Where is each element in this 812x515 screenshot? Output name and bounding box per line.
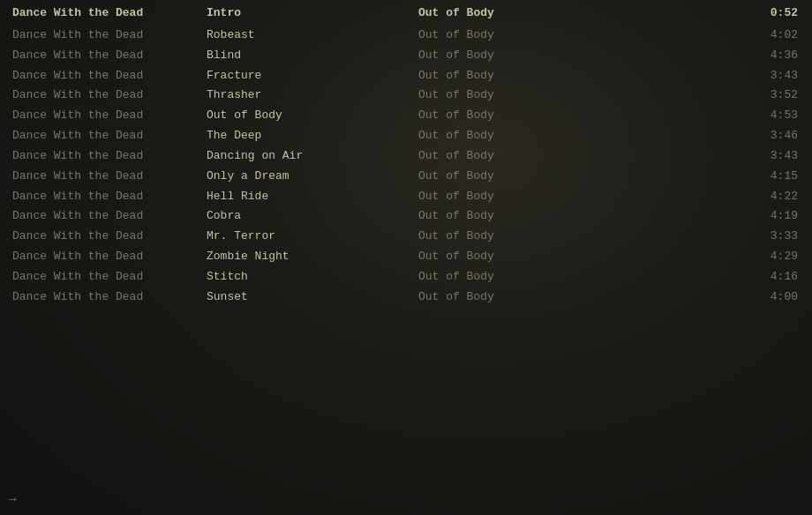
track-duration: 4:29: [595, 249, 798, 265]
track-title: Out of Body: [207, 108, 418, 124]
track-artist: Dance With the Dead: [12, 269, 207, 286]
table-row[interactable]: Dance With the DeadStitchOut of Body4:16: [0, 267, 812, 287]
track-title: The Deep: [207, 128, 418, 145]
track-duration: 3:43: [595, 148, 798, 165]
track-artist: Dance With the Dead: [12, 289, 207, 306]
track-album: Out of Body: [418, 68, 595, 85]
header-duration: 0:52: [595, 5, 798, 22]
track-duration: 4:16: [595, 269, 798, 286]
track-title: Fracture: [207, 68, 418, 85]
track-album: Out of Body: [418, 48, 595, 64]
track-artist: Dance With the Dead: [12, 27, 207, 44]
track-title: Only a Dream: [207, 168, 418, 185]
table-row[interactable]: Dance With the DeadThrasherOut of Body3:…: [0, 86, 812, 106]
track-duration: 4:53: [595, 108, 798, 124]
track-title: Hell Ride: [207, 189, 418, 205]
track-album: Out of Body: [418, 108, 595, 124]
track-duration: 4:36: [595, 48, 798, 64]
track-title: Mr. Terror: [207, 228, 418, 245]
track-album: Out of Body: [418, 228, 595, 245]
track-artist: Dance With the Dead: [12, 168, 207, 185]
table-row[interactable]: Dance With the DeadMr. TerrorOut of Body…: [0, 227, 812, 247]
track-artist: Dance With the Dead: [12, 228, 207, 245]
track-artist: Dance With the Dead: [12, 249, 207, 265]
track-list: Dance With the Dead Intro Out of Body 0:…: [0, 0, 812, 311]
table-row[interactable]: Dance With the DeadThe DeepOut of Body3:…: [0, 126, 812, 146]
track-duration: 3:33: [595, 228, 798, 245]
track-duration: 3:52: [595, 87, 798, 104]
track-album: Out of Body: [418, 269, 595, 286]
table-row[interactable]: Dance With the DeadRobeastOut of Body4:0…: [0, 26, 812, 46]
track-title: Dancing on Air: [207, 148, 418, 165]
track-album: Out of Body: [418, 289, 595, 306]
track-title: Thrasher: [207, 87, 418, 104]
arrow-indicator: →: [9, 492, 16, 506]
table-row[interactable]: Dance With the DeadOut of BodyOut of Bod…: [0, 106, 812, 126]
table-row[interactable]: Dance With the DeadBlindOut of Body4:36: [0, 46, 812, 66]
track-album: Out of Body: [418, 249, 595, 265]
track-duration: 4:15: [595, 168, 798, 185]
track-title: Stitch: [207, 269, 418, 286]
track-album: Out of Body: [418, 128, 595, 145]
track-duration: 4:00: [595, 289, 798, 306]
track-artist: Dance With the Dead: [12, 128, 207, 145]
track-title: Robeast: [207, 27, 418, 44]
track-title: Zombie Night: [207, 249, 418, 265]
track-album: Out of Body: [418, 208, 595, 225]
track-title: Blind: [207, 48, 418, 64]
track-list-header: Dance With the Dead Intro Out of Body 0:…: [0, 4, 812, 24]
track-title: Cobra: [207, 208, 418, 225]
table-row[interactable]: Dance With the DeadFractureOut of Body3:…: [0, 66, 812, 86]
track-duration: 4:19: [595, 208, 798, 225]
track-artist: Dance With the Dead: [12, 189, 207, 205]
track-album: Out of Body: [418, 148, 595, 165]
track-artist: Dance With the Dead: [12, 48, 207, 64]
track-duration: 4:22: [595, 189, 798, 205]
track-artist: Dance With the Dead: [12, 208, 207, 225]
table-row[interactable]: Dance With the DeadHell RideOut of Body4…: [0, 187, 812, 207]
table-row[interactable]: Dance With the DeadSunsetOut of Body4:00: [0, 287, 812, 308]
track-artist: Dance With the Dead: [12, 108, 207, 124]
table-row[interactable]: Dance With the DeadDancing on AirOut of …: [0, 146, 812, 167]
track-duration: 3:43: [595, 68, 798, 85]
header-artist: Dance With the Dead: [12, 5, 207, 22]
track-duration: 3:46: [595, 128, 798, 145]
table-row[interactable]: Dance With the DeadCobraOut of Body4:19: [0, 206, 812, 227]
header-title: Intro: [207, 5, 418, 22]
table-row[interactable]: Dance With the DeadOnly a DreamOut of Bo…: [0, 167, 812, 187]
track-album: Out of Body: [418, 27, 595, 44]
header-album: Out of Body: [418, 5, 595, 22]
track-album: Out of Body: [418, 168, 595, 185]
track-artist: Dance With the Dead: [12, 148, 207, 165]
track-artist: Dance With the Dead: [12, 87, 207, 104]
track-album: Out of Body: [418, 189, 595, 205]
track-artist: Dance With the Dead: [12, 68, 207, 85]
track-duration: 4:02: [595, 27, 798, 44]
track-title: Sunset: [207, 289, 418, 306]
track-album: Out of Body: [418, 87, 595, 104]
table-row[interactable]: Dance With the DeadZombie NightOut of Bo…: [0, 247, 812, 267]
